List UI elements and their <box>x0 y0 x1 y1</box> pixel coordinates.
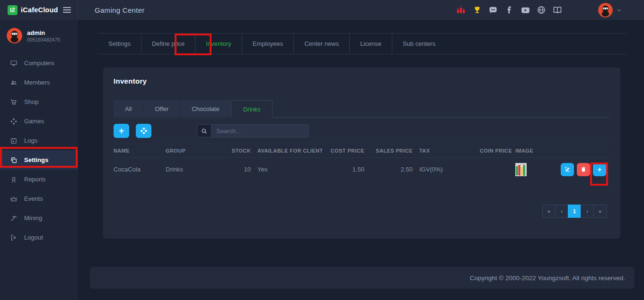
cell-stock: 10 <box>222 166 251 173</box>
avatar <box>7 28 22 43</box>
copyright-text: Copyright © 2000-2022 Youngzsoft. All ri… <box>470 274 625 282</box>
cell-image <box>515 163 551 176</box>
trophy-icon[interactable] <box>472 5 482 15</box>
groups-button[interactable] <box>136 124 151 138</box>
layers-icon <box>10 156 18 164</box>
subtab-all[interactable]: All <box>114 100 143 118</box>
add-stock-button[interactable]: + <box>593 163 606 176</box>
calendar-icon <box>10 137 18 145</box>
col-header-available: AVAILABLE FOR CLIENT <box>251 148 326 154</box>
pagination-page-1-button[interactable]: 1 <box>568 205 581 218</box>
row-actions: + <box>551 163 610 176</box>
sidebar-item-shop[interactable]: Shop <box>0 92 78 111</box>
inventory-card: Inventory All Offer Chocolate Drinks + <box>103 68 620 239</box>
search-input[interactable] <box>211 124 309 137</box>
medal-icon <box>10 176 18 183</box>
members-icon <box>10 79 18 86</box>
footer: Copyright © 2000-2022 Youngzsoft. All ri… <box>90 267 635 289</box>
sidebar-item-members[interactable]: Members <box>0 73 78 92</box>
edit-icon <box>565 166 571 172</box>
tab-employees[interactable]: Employees <box>242 34 294 54</box>
sidebar-item-mining[interactable]: Mining <box>0 208 78 228</box>
hamburger-menu-icon[interactable] <box>63 7 71 13</box>
sidebar-item-label: Reports <box>24 176 46 183</box>
sidebar-item-logout[interactable]: Logout <box>0 228 78 247</box>
brand[interactable]: 2 iCafeCloud <box>0 0 78 20</box>
cart-icon <box>10 98 18 106</box>
subtab-offer[interactable]: Offer <box>143 100 180 118</box>
col-header-sales-price: SALES PRICE <box>364 148 413 154</box>
col-header-name: NAME <box>114 148 166 154</box>
sidebar-nav: Computers Members Shop Games <box>0 53 78 247</box>
sidebar-item-label: Games <box>24 118 44 125</box>
plus-icon: + <box>598 166 601 173</box>
sidebar-item-label: Computers <box>24 60 54 67</box>
sidebar-item-label: Shop <box>24 98 38 105</box>
toolbar: + <box>114 124 610 138</box>
cell-available: Yes <box>251 166 326 173</box>
pagination-prev-button[interactable]: ‹ <box>555 205 568 218</box>
page-title: Gaming Center <box>95 6 145 14</box>
ranking-icon[interactable] <box>456 5 466 15</box>
tab-inventory[interactable]: Inventory <box>195 34 242 54</box>
games-icon <box>10 118 18 125</box>
sidebar-item-reports[interactable]: Reports <box>0 170 78 189</box>
chevron-down-icon <box>616 7 622 13</box>
globe-icon[interactable] <box>537 5 546 15</box>
sidebar-item-label: Settings <box>24 156 48 163</box>
discord-icon[interactable] <box>488 5 498 15</box>
sidebar-item-label: Logout <box>24 234 43 241</box>
edit-row-button[interactable] <box>561 163 574 176</box>
cell-tax: IGV(0%) <box>413 166 480 173</box>
col-header-tax: TAX <box>413 148 480 154</box>
add-item-button[interactable]: + <box>114 124 129 138</box>
sidebar: admin 005193482475 Computers Members Sho… <box>0 20 78 300</box>
sidebar-item-games[interactable]: Games <box>0 111 78 131</box>
user-name: admin <box>27 29 60 37</box>
sidebar-item-label: Members <box>24 79 50 86</box>
col-header-group: GROUP <box>166 148 222 154</box>
sidebar-item-events[interactable]: Events <box>0 189 78 208</box>
cell-name: CocaCola <box>114 166 166 173</box>
sidebar-item-label: Mining <box>24 214 42 222</box>
tab-center-news[interactable]: Center news <box>294 34 350 54</box>
user-id: 005193482475 <box>27 37 60 43</box>
cell-cost-price: 1.50 <box>326 166 364 173</box>
brand-name: iCafeCloud <box>21 6 58 14</box>
card-title: Inventory <box>114 77 610 85</box>
col-header-coin-price: COIN PRICE <box>480 148 515 154</box>
pickaxe-icon <box>10 214 18 222</box>
monitor-icon <box>10 60 18 67</box>
search-icon <box>197 124 211 137</box>
tab-settings[interactable]: Settings <box>98 34 141 54</box>
col-header-image: IMAGE <box>515 148 551 154</box>
user-block[interactable]: admin 005193482475 <box>0 20 78 50</box>
subtab-chocolate[interactable]: Chocolate <box>180 100 231 118</box>
pagination: « ‹ 1 › » <box>114 205 610 218</box>
header-right <box>456 3 644 17</box>
subtab-drinks[interactable]: Drinks <box>231 100 273 118</box>
book-icon[interactable] <box>553 5 562 15</box>
brand-logo-icon: 2 <box>8 5 18 15</box>
sidebar-item-settings[interactable]: Settings <box>0 150 78 170</box>
sidebar-item-label: Events <box>24 195 43 202</box>
pagination-first-button[interactable]: « <box>542 205 556 218</box>
col-header-stock: STOCK <box>222 148 251 154</box>
table-row: CocaCola Drinks 10 Yes 1.50 2.50 IGV(0%) <box>114 158 610 181</box>
youtube-icon[interactable] <box>520 5 530 15</box>
tab-license[interactable]: License <box>350 34 392 54</box>
tab-sub-centers[interactable]: Sub centers <box>392 34 446 54</box>
cell-group: Drinks <box>166 166 222 173</box>
tabbar: Settings Define price Inventory Employee… <box>98 33 627 54</box>
sidebar-item-computers[interactable]: Computers <box>0 53 78 73</box>
sidebar-item-logs[interactable]: Logs <box>0 131 78 150</box>
facebook-icon[interactable] <box>504 5 514 15</box>
pagination-next-button[interactable]: › <box>581 205 594 218</box>
cell-sales-price: 2.50 <box>364 166 413 173</box>
pagination-last-button[interactable]: » <box>593 205 607 218</box>
tab-define-price[interactable]: Define price <box>141 34 195 54</box>
user-menu[interactable] <box>598 3 622 17</box>
delete-row-button[interactable] <box>577 163 590 176</box>
drinks-thumbnail <box>515 163 551 176</box>
trash-icon <box>581 166 586 172</box>
